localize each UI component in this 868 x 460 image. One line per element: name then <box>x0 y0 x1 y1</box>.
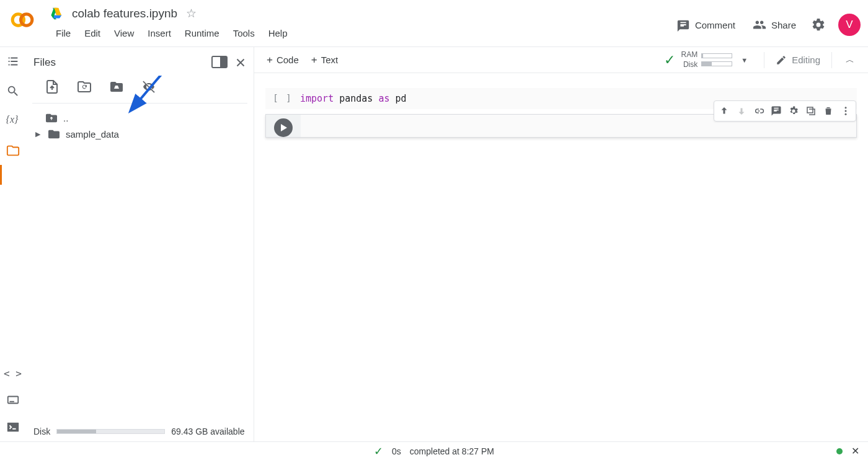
menu-edit[interactable]: Edit <box>78 24 107 42</box>
play-icon <box>281 124 287 131</box>
menubar: File Edit View Insert Runtime Tools Help <box>50 24 674 42</box>
rail-active-indicator <box>0 165 2 185</box>
disk-available: 69.43 GB available <box>171 427 244 436</box>
cell-settings-icon[interactable] <box>785 102 802 120</box>
code-as: as <box>378 93 389 104</box>
comment-label: Comment <box>695 20 735 30</box>
code-cell-2[interactable] <box>265 114 857 138</box>
folder-closed-icon <box>47 128 61 139</box>
toc-icon[interactable] <box>6 55 20 68</box>
pencil-icon <box>776 55 787 66</box>
svg-rect-7 <box>7 423 18 432</box>
status-check-icon: ✓ <box>374 445 383 458</box>
divider-2 <box>831 52 832 68</box>
terminal-icon[interactable] <box>6 420 20 434</box>
files-toolbar <box>32 76 247 104</box>
upload-file-icon[interactable] <box>45 79 60 94</box>
cell-gutter-2[interactable] <box>266 115 301 137</box>
search-icon[interactable] <box>6 84 20 98</box>
add-code-button[interactable]: +Code <box>260 51 305 69</box>
menu-help[interactable]: Help <box>262 24 294 42</box>
resource-dropdown-icon[interactable]: ▼ <box>736 56 753 64</box>
user-avatar[interactable]: V <box>838 14 861 36</box>
files-title: Files <box>33 56 211 69</box>
google-drive-icon[interactable] <box>50 7 63 20</box>
star-icon[interactable]: ☆ <box>186 6 197 20</box>
status-close-icon[interactable]: ✕ <box>851 445 859 457</box>
tree-sample-label: sample_data <box>66 129 119 139</box>
disk-usage-bar <box>56 429 165 434</box>
folder-up-icon <box>45 112 58 123</box>
execution-count-empty: [ ] <box>273 93 292 103</box>
avatar-initial: V <box>846 19 852 31</box>
cell-gutter[interactable]: [ ] <box>265 88 300 109</box>
folder-icon[interactable] <box>6 144 20 157</box>
disk-label: Disk <box>33 427 50 436</box>
svg-rect-12 <box>807 107 813 113</box>
code-alias: pd <box>396 93 407 104</box>
menu-view[interactable]: View <box>108 24 140 42</box>
files-header: Files <box>26 47 254 76</box>
new-window-icon[interactable] <box>211 56 228 69</box>
tree-caret-icon[interactable]: ▶ <box>33 130 42 138</box>
settings-gear-icon[interactable] <box>811 17 826 32</box>
editing-label: Editing <box>792 55 820 65</box>
colab-logo-icon[interactable] <box>10 7 35 32</box>
menu-runtime[interactable]: Runtime <box>179 24 226 42</box>
ram-label: RAM <box>681 50 698 60</box>
delete-cell-icon[interactable] <box>820 102 837 120</box>
mount-drive-icon[interactable] <box>109 79 124 94</box>
header: colab features.ipynb ☆ File Edit View In… <box>0 0 868 47</box>
file-tree: .. ▶ sample_data <box>26 104 254 148</box>
header-center: colab features.ipynb ☆ File Edit View In… <box>50 4 674 42</box>
check-icon: ✓ <box>664 52 675 68</box>
close-panel-icon[interactable] <box>232 56 249 69</box>
share-label: Share <box>771 20 796 30</box>
svg-rect-6 <box>7 397 18 404</box>
command-palette-icon[interactable] <box>6 393 20 407</box>
hide-hidden-icon[interactable] <box>141 79 156 94</box>
editing-mode-button[interactable]: Editing <box>771 52 825 68</box>
svg-point-15 <box>845 113 847 115</box>
completed-text: completed at 8:27 PM <box>410 446 494 456</box>
add-text-label: Text <box>321 55 339 65</box>
svg-point-13 <box>845 107 847 108</box>
disk-bar-tb <box>701 61 732 66</box>
notebook-body: [ ] import pandas as pd <box>254 73 868 441</box>
tree-sample-data-row[interactable]: ▶ sample_data <box>33 126 246 142</box>
add-text-button[interactable]: +Text <box>305 51 344 69</box>
document-title[interactable]: colab features.ipynb <box>72 7 177 20</box>
menu-tools[interactable]: Tools <box>227 24 261 42</box>
files-footer: Disk 69.43 GB available <box>26 422 254 441</box>
collapse-toolbar-icon[interactable]: ︿ <box>838 51 862 69</box>
kernel-status-dot-icon <box>836 448 843 454</box>
run-cell-button[interactable] <box>274 118 293 137</box>
variables-icon[interactable]: {x} <box>6 114 20 128</box>
comment-button[interactable]: Comment <box>674 14 738 35</box>
tree-parent-row[interactable]: .. <box>33 110 246 126</box>
cell-toolbar <box>714 100 856 122</box>
link-icon[interactable] <box>750 102 768 120</box>
menu-file[interactable]: File <box>50 24 77 42</box>
header-right: Comment Share V <box>674 14 861 36</box>
files-panel: Files .. ▶ sample_data Disk 69.43 GB ava… <box>26 47 254 441</box>
notebook-toolbar: +Code +Text ✓ RAM Disk ▼ Editing ︿ <box>254 47 868 73</box>
svg-point-14 <box>845 110 847 112</box>
move-down-icon[interactable] <box>733 102 750 120</box>
rail-bottom: < > <box>4 368 22 434</box>
code-snippets-icon[interactable]: < > <box>4 368 22 379</box>
add-code-label: Code <box>277 55 299 65</box>
menu-insert[interactable]: Insert <box>141 24 177 42</box>
cell-more-icon[interactable] <box>837 102 854 120</box>
move-up-icon[interactable] <box>715 102 733 120</box>
resource-indicator[interactable]: ✓ RAM Disk ▼ <box>664 50 758 69</box>
share-button[interactable]: Share <box>750 14 799 35</box>
code-module: pandas <box>339 93 373 104</box>
ram-bar <box>701 53 732 58</box>
code-keyword: import <box>300 93 334 104</box>
disk-label-tb: Disk <box>681 60 698 70</box>
comment-cell-icon[interactable] <box>768 102 785 120</box>
exec-duration: 0s <box>392 446 401 456</box>
mirror-cell-icon[interactable] <box>802 102 820 120</box>
refresh-folder-icon[interactable] <box>77 79 92 94</box>
